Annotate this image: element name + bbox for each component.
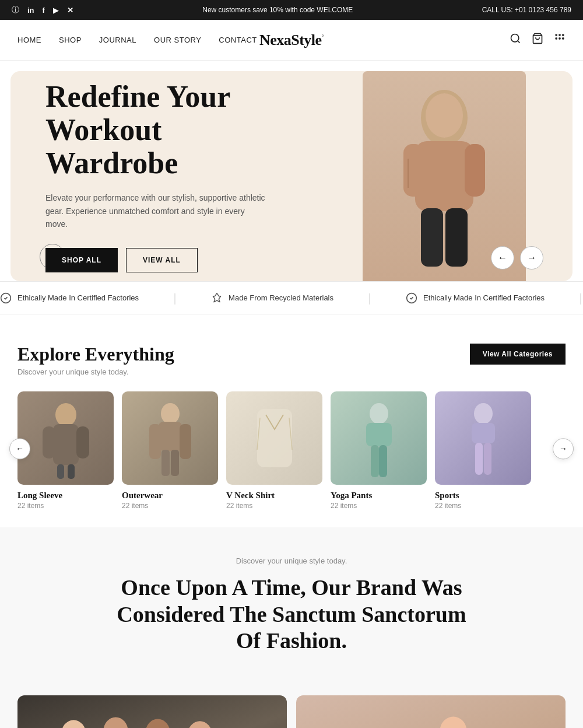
svg-point-42 — [61, 720, 86, 728]
svg-rect-29 — [161, 450, 170, 476]
category-card-outerwear[interactable]: Outerwear 22 items — [122, 391, 218, 510]
category-count-3: 22 items — [331, 502, 427, 510]
facebook-icon[interactable]: f — [43, 6, 45, 15]
site-logo[interactable]: NexaStyle° — [259, 32, 324, 49]
category-img-vneck — [226, 391, 322, 485]
ticker-inner: Ethically Made In Certified Factories | … — [0, 291, 583, 304]
view-all-categories-button[interactable]: View All Categories — [470, 344, 566, 365]
category-card-yoga[interactable]: Yoga Pants 22 items — [331, 391, 427, 510]
svg-rect-7 — [559, 37, 560, 39]
hero-nav-arrows: ← → — [491, 246, 543, 270]
category-card-sports[interactable]: Sports 22 items — [435, 391, 531, 510]
hero-content: Redefine Your Workout Wardrobe Elevate y… — [10, 71, 314, 281]
categories-next-button[interactable]: → — [553, 438, 574, 459]
svg-line-1 — [518, 41, 520, 43]
ticker-item-1: Ethically Made In Certified Factories — [0, 292, 139, 304]
svg-rect-12 — [465, 144, 485, 197]
category-img-outerwear — [122, 391, 218, 485]
svg-rect-13 — [421, 208, 443, 267]
categories-wrapper: ← Long Sleeve 22 items — [17, 391, 566, 510]
explore-subtitle: Discover your unique style today. — [17, 368, 174, 376]
svg-rect-36 — [371, 445, 379, 477]
explore-header: Explore Everything Discover your unique … — [17, 344, 566, 388]
svg-rect-8 — [562, 37, 564, 39]
svg-rect-4 — [559, 34, 560, 36]
svg-rect-26 — [159, 422, 182, 451]
twitter-icon[interactable]: ✕ — [67, 6, 73, 15]
nav-our-story[interactable]: OUR STORY — [154, 36, 201, 44]
certified-icon-1 — [0, 292, 12, 304]
svg-rect-5 — [562, 34, 564, 36]
svg-point-50 — [145, 719, 170, 728]
svg-rect-20 — [53, 424, 79, 465]
view-all-button[interactable]: VIEW ALL — [126, 248, 198, 272]
svg-point-19 — [55, 403, 76, 426]
svg-rect-31 — [257, 409, 292, 467]
svg-rect-23 — [57, 464, 64, 479]
category-img-sports — [435, 391, 531, 485]
ticker-divider-1: | — [174, 291, 176, 304]
categories-prev-button[interactable]: ← — [9, 438, 30, 459]
cart-icon[interactable] — [532, 33, 543, 47]
hero-next-button[interactable]: → — [520, 246, 543, 270]
top-bar: ⓘ in f ▶ ✕ New customers save 10% with c… — [0, 0, 583, 20]
image-card-denim[interactable]: DENIM COLLECTION — [296, 695, 566, 728]
image-card-street-fashion[interactable]: STREET FASHION STYLE — [17, 695, 287, 728]
svg-rect-40 — [475, 443, 483, 475]
linkedin-icon[interactable]: in — [27, 6, 34, 15]
svg-point-38 — [474, 403, 493, 424]
street-fashion-image — [17, 695, 287, 728]
svg-rect-39 — [472, 423, 495, 443]
denim-image — [296, 695, 566, 728]
category-name-0: Long Sleeve — [17, 491, 114, 501]
svg-point-25 — [161, 403, 180, 424]
svg-rect-11 — [403, 144, 424, 197]
hero-title: Redefine Your Workout Wardrobe — [45, 80, 279, 180]
category-img-long-sleeve — [17, 391, 114, 485]
youtube-icon[interactable]: ▶ — [53, 6, 59, 15]
svg-rect-27 — [149, 424, 161, 459]
category-name-3: Yoga Pants — [331, 491, 427, 501]
ticker-divider-3: | — [580, 291, 582, 304]
promo-text: New customers save 10% with code WELCOME — [73, 6, 482, 14]
ticker-item-3: Ethically Made In Certified Factories — [406, 292, 545, 304]
svg-point-34 — [370, 403, 388, 424]
svg-point-54 — [188, 721, 212, 728]
svg-rect-30 — [171, 450, 179, 476]
search-icon[interactable] — [510, 33, 521, 47]
category-card-vneck[interactable]: V Neck Shirt 22 items — [226, 391, 322, 510]
category-card-long-sleeve[interactable]: Long Sleeve 22 items — [17, 391, 114, 510]
svg-point-16 — [426, 93, 463, 138]
main-nav: HOME SHOP JOURNAL OUR STORY CONTACT Nexa… — [0, 20, 583, 61]
brand-title: Once Upon A Time, Our Brand Was Consider… — [105, 575, 478, 654]
nav-action-icons — [510, 33, 566, 47]
category-name-2: V Neck Shirt — [226, 491, 322, 501]
svg-rect-41 — [484, 443, 491, 475]
svg-point-58 — [440, 716, 466, 728]
category-count-0: 22 items — [17, 502, 114, 510]
ticker-item-2: Made From Recycled Materials — [211, 292, 333, 304]
category-count-4: 22 items — [435, 502, 531, 510]
category-name-1: Outerwear — [122, 491, 218, 501]
nav-home[interactable]: HOME — [17, 36, 41, 44]
nav-contact[interactable]: CONTACT — [219, 36, 257, 44]
hero-buttons: SHOP ALL VIEW ALL — [45, 248, 279, 272]
nav-shop[interactable]: SHOP — [59, 36, 82, 44]
svg-rect-24 — [68, 464, 75, 479]
svg-rect-21 — [43, 426, 55, 459]
brand-section: Discover your unique style today. Once U… — [0, 527, 583, 695]
social-links[interactable]: ⓘ in f ▶ ✕ — [12, 5, 73, 15]
category-img-yoga — [331, 391, 427, 485]
svg-rect-35 — [366, 423, 392, 446]
instagram-icon[interactable]: ⓘ — [12, 5, 19, 15]
grid-icon[interactable] — [554, 33, 566, 47]
image-grid: STREET FASHION STYLE DENIM COLLECTION — [0, 695, 583, 728]
hero-prev-button[interactable]: ← — [491, 246, 514, 270]
recycled-icon-1 — [211, 292, 223, 304]
svg-rect-3 — [556, 34, 557, 36]
svg-rect-22 — [76, 426, 89, 459]
nav-journal[interactable]: JOURNAL — [99, 36, 136, 44]
shop-all-button[interactable]: SHOP ALL — [45, 248, 118, 272]
explore-title: Explore Everything — [17, 344, 174, 365]
category-count-2: 22 items — [226, 502, 322, 510]
